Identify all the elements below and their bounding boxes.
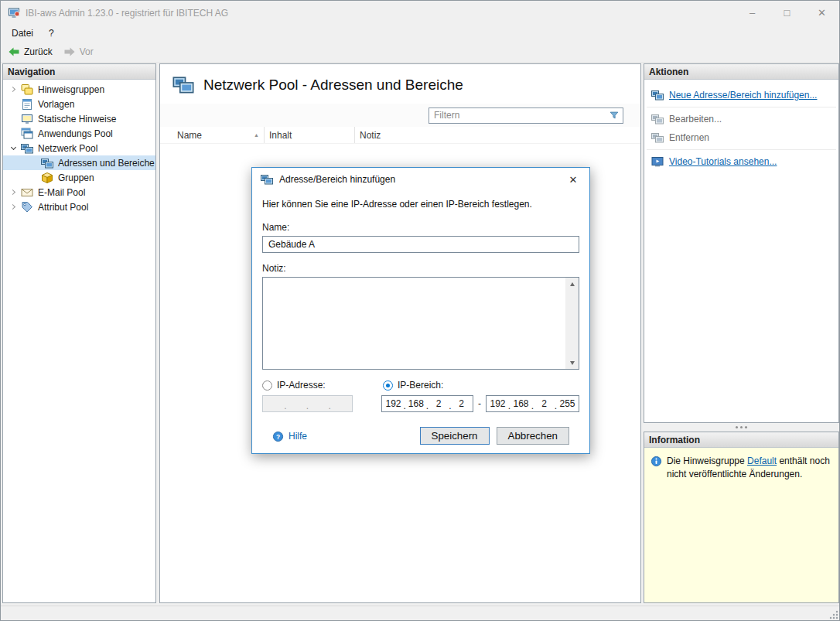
ip-address-radio[interactable]	[262, 380, 272, 391]
dialog-close-button[interactable]: ✕	[557, 168, 589, 191]
ip-octet[interactable]: 2	[452, 398, 470, 409]
filter-funnel-icon[interactable]	[609, 110, 620, 121]
ip-range-radio[interactable]	[383, 380, 393, 391]
ip-octet[interactable]: 2	[430, 398, 448, 409]
sidebar-item-label: Anwendungs Pool	[36, 128, 115, 139]
ip-octet[interactable]: 168	[407, 398, 425, 409]
ip-dot: .	[402, 401, 407, 411]
main-header: Netzwerk Pool - Adressen und Bereiche	[160, 64, 640, 104]
title-bar: IBI-aws Admin 1.23.0 - registriert für I…	[1, 1, 839, 25]
table-header: Name ▲ Inhalt Notiz	[160, 127, 640, 144]
chevron-down-icon[interactable]	[9, 147, 19, 149]
sidebar-item-label: Hinweisgruppen	[36, 84, 107, 95]
name-label: Name:	[262, 222, 579, 233]
filter-box[interactable]	[429, 107, 623, 124]
ip-range-radio-group[interactable]: IP-Bereich:	[383, 380, 443, 391]
chevron-right-icon[interactable]	[9, 190, 19, 194]
maximize-button[interactable]: □	[770, 1, 804, 25]
action-remove[interactable]: Entfernen	[644, 128, 838, 147]
remove-icon	[651, 131, 664, 144]
sidebar-item-statische-hinweise[interactable]: Statische Hinweise	[3, 111, 155, 126]
ip-range-to-input[interactable]: 192. 168. 2. 255	[486, 395, 579, 412]
column-name-label: Name	[177, 130, 202, 141]
menu-datei[interactable]: Datei	[5, 26, 40, 41]
sidebar-item-adressen-und-bereiche[interactable]: Adressen und Bereiche	[3, 155, 155, 170]
video-icon	[651, 155, 664, 168]
minimize-button[interactable]: –	[735, 1, 770, 25]
help-label[interactable]: Hilfe	[289, 431, 307, 442]
action-edit[interactable]: Bearbeiten...	[644, 110, 838, 128]
ip-address-input[interactable]: . . .	[262, 395, 353, 412]
info-icon	[650, 456, 662, 467]
sidebar-item-email-pool[interactable]: E-Mail Pool	[3, 185, 155, 200]
name-input[interactable]	[262, 236, 579, 253]
sidebar-item-netzwerk-pool[interactable]: Netzwerk Pool	[3, 141, 155, 155]
ip-range-radio-label: IP-Bereich:	[398, 380, 443, 391]
filter-input[interactable]	[434, 110, 609, 121]
email-pool-icon	[21, 186, 33, 199]
column-header-inhalt[interactable]: Inhalt	[265, 127, 355, 143]
action-video-tutorials[interactable]: Video-Tutorials ansehen...	[644, 152, 838, 171]
dialog-description: Hier können Sie eine IP-Adresse oder ein…	[262, 199, 579, 210]
note-input[interactable]	[263, 278, 565, 369]
column-header-notiz[interactable]: Notiz	[355, 127, 640, 143]
action-video-label[interactable]: Video-Tutorials ansehen...	[669, 156, 777, 167]
toolbar: Zurück Vor	[1, 42, 839, 63]
sidebar-item-label: Gruppen	[56, 172, 97, 183]
chevron-right-icon[interactable]	[9, 205, 19, 209]
templates-icon	[21, 98, 33, 111]
sidebar-item-attribut-pool[interactable]: Attribut Pool	[3, 200, 155, 214]
network-pool-icon	[21, 142, 33, 155]
ip-octet[interactable]: 168	[512, 398, 530, 409]
sidebar-item-gruppen[interactable]: Gruppen	[3, 170, 155, 185]
attribute-pool-icon	[21, 201, 33, 213]
chevron-right-icon[interactable]	[9, 87, 19, 91]
forward-button[interactable]: Vor	[60, 43, 100, 60]
scroll-down-icon[interactable]	[565, 357, 579, 369]
ip-range-from-input[interactable]: 192. 168. 2. 2	[381, 395, 473, 412]
action-add-address[interactable]: Neue Adresse/Bereich hinzufügen...	[644, 86, 838, 104]
dialog-body: Hier können Sie eine IP-Adresse oder ein…	[252, 191, 589, 453]
app-logo-icon	[8, 7, 20, 19]
separator	[647, 107, 836, 107]
network-pool-icon	[172, 74, 195, 95]
ip-dot: .	[283, 401, 288, 411]
note-field	[262, 277, 579, 370]
menu-help[interactable]: ?	[42, 26, 61, 41]
window-title: IBI-aws Admin 1.23.0 - registriert für I…	[26, 8, 735, 19]
ip-octet[interactable]: 255	[558, 398, 576, 409]
sidebar-item-label: Vorlagen	[36, 99, 77, 110]
scroll-up-icon[interactable]	[565, 278, 579, 290]
ip-dot: .	[306, 401, 310, 411]
ip-octet[interactable]: 192	[489, 398, 507, 409]
cancel-button[interactable]: Abbrechen	[497, 427, 569, 445]
dialog-footer: Hilfe Speichern Abbrechen	[262, 427, 579, 453]
add-address-dialog: Adresse/Bereich hinzufügen ✕ Hier können…	[251, 167, 590, 454]
static-hints-icon	[21, 113, 33, 125]
action-add-label[interactable]: Neue Adresse/Bereich hinzufügen...	[669, 90, 817, 101]
save-button[interactable]: Speichern	[420, 427, 490, 445]
note-scrollbar[interactable]	[565, 278, 579, 369]
sidebar-item-vorlagen[interactable]: Vorlagen	[3, 97, 155, 111]
column-inhalt-label: Inhalt	[269, 130, 292, 141]
ip-octet[interactable]: 192	[384, 398, 402, 409]
panel-splitter[interactable]	[644, 423, 839, 432]
edit-icon	[651, 113, 664, 125]
navigation-tree: Hinweisgruppen Vorlagen Statische Hinwei…	[3, 80, 155, 602]
help-link[interactable]: Hilfe	[272, 430, 307, 442]
close-button[interactable]: ✕	[804, 1, 839, 25]
app-window: IBI-aws Admin 1.23.0 - registriert für I…	[0, 0, 840, 621]
ip-dot: .	[327, 401, 332, 411]
information-text: Die Hinweisgruppe Default enthält noch n…	[667, 455, 832, 482]
column-header-name[interactable]: Name ▲	[172, 127, 265, 143]
ip-address-radio-group[interactable]: IP-Adresse:	[262, 380, 383, 391]
sidebar-item-hinweisgruppen[interactable]: Hinweisgruppen	[3, 82, 155, 97]
sidebar-item-label: Statische Hinweise	[36, 114, 118, 125]
resize-grip-icon[interactable]	[828, 609, 838, 619]
add-address-icon	[651, 89, 664, 101]
default-group-link[interactable]: Default	[747, 456, 777, 466]
back-button[interactable]: Zurück	[5, 43, 59, 60]
ip-octet[interactable]: 2	[535, 398, 553, 409]
note-label: Notiz:	[262, 263, 579, 274]
sidebar-item-anwendungs-pool[interactable]: Anwendungs Pool	[3, 126, 155, 141]
